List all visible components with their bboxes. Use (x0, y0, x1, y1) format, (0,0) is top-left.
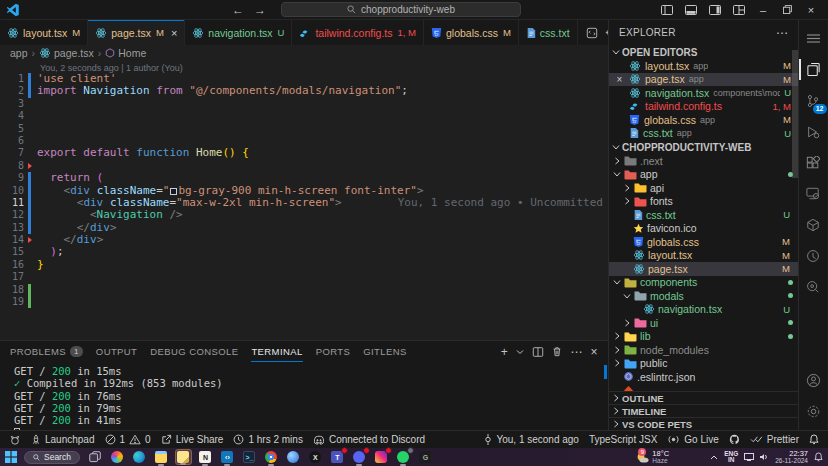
open-changes-icon[interactable] (586, 27, 598, 39)
status-vscode-pets[interactable] (4, 431, 26, 448)
open-editor-css.txt[interactable]: css.txtappU (609, 127, 798, 141)
panel-tab-debug-console[interactable]: DEBUG CONSOLE (150, 341, 238, 362)
notification-bell-icon[interactable] (814, 452, 823, 462)
panel-tab-problems[interactable]: PROBLEMS1 (10, 341, 83, 362)
language-indicator[interactable]: ENGIN (724, 451, 738, 464)
section-vs-code-pets[interactable]: VS CODE PETS (609, 417, 798, 430)
status-prettier[interactable]: Prettier (745, 431, 804, 448)
taskbar-app-notion[interactable]: N (197, 449, 214, 465)
taskbar-app-task-view[interactable] (87, 449, 104, 465)
tree-item-node_modules[interactable]: node_modules (609, 343, 798, 357)
tree-item-globals.css[interactable]: globals.cssM (609, 235, 798, 249)
tab-globals.css[interactable]: globals.cssM (424, 20, 519, 45)
status-live-share[interactable]: Live Share (156, 431, 229, 448)
taskbar-app-terminal[interactable]: >_ (241, 449, 258, 465)
open-editor-navigation.tsx[interactable]: navigation.tsxcomponents\modalsU (609, 86, 798, 100)
workspace-root-header[interactable]: CHOPPRODUCTIVITY-WEB (609, 140, 798, 154)
status-git-blame[interactable]: You, 1 second ago (479, 431, 583, 448)
panel-tab-ports[interactable]: PORTS (316, 341, 351, 362)
toggle-panel-icon[interactable] (680, 1, 702, 19)
cast-icon[interactable] (744, 453, 754, 461)
activity-dependencies[interactable] (799, 209, 828, 240)
taskbar-app-vscode[interactable]: ‹› (219, 449, 236, 465)
tree-item-lib[interactable]: lib (609, 330, 798, 344)
tray-clock[interactable]: 22:37 26-11-2024 (775, 450, 808, 464)
taskbar-app-photos[interactable] (109, 449, 126, 465)
tray-expand-icon[interactable] (710, 455, 718, 460)
activity-run-debug[interactable] (799, 116, 828, 147)
taskbar-app-sticky-notes[interactable] (175, 449, 192, 465)
breadcrumb-item-app[interactable]: app (10, 47, 28, 59)
tree-item-public[interactable]: public (609, 357, 798, 371)
activity-explorer[interactable] (799, 54, 828, 85)
activity-gitlens[interactable] (799, 240, 828, 271)
terminal-dropdown-icon[interactable] (516, 349, 524, 355)
tab-page.tsx[interactable]: page.tsxM× (88, 20, 185, 45)
taskbar-weather[interactable]: 9 18°C Haze (635, 450, 669, 464)
panel-more-icon[interactable]: ⋯ (570, 345, 582, 359)
tree-item-css.txt[interactable]: css.txtU (609, 208, 798, 222)
status-time-tracker[interactable]: 1 hrs 2 mins (228, 431, 307, 448)
tree-item-.eslintrc.json[interactable]: .eslintrc.json (609, 370, 798, 384)
tree-item-ui[interactable]: ui (609, 316, 798, 330)
sidebar-scrollbar[interactable] (792, 50, 798, 178)
status-launchpad[interactable]: Launchpad (26, 431, 100, 448)
status-notifications[interactable] (804, 431, 824, 448)
section-timeline[interactable]: TIMELINE (609, 404, 798, 417)
status-language-mode[interactable]: TypeScript JSX (584, 431, 662, 448)
panel-tab-gitlens[interactable]: GITLENS (363, 341, 406, 362)
open-editor-layout.tsx[interactable]: layout.tsxappM (609, 59, 798, 73)
status-discord-presence[interactable]: Connected to Discord (308, 431, 430, 448)
taskbar-app-teams[interactable]: T (329, 449, 346, 465)
activity-account[interactable] (799, 365, 828, 396)
open-editor-globals.css[interactable]: globals.cssappM (609, 113, 798, 127)
tree-item-.next[interactable]: .next (609, 154, 798, 168)
activity-live-preview[interactable] (799, 178, 828, 209)
volume-icon[interactable] (760, 453, 769, 461)
taskbar-app-edge[interactable] (131, 449, 148, 465)
nav-back-button[interactable]: ← (232, 3, 244, 17)
close-tab-icon[interactable]: × (171, 27, 177, 39)
tree-item-components[interactable]: components (609, 276, 798, 290)
status-problems-summary[interactable]: 10 (100, 431, 156, 448)
activity-gitlens-inspect[interactable] (799, 271, 828, 302)
start-button-icon[interactable] (5, 451, 17, 463)
status-go-live[interactable]: Go Live (662, 431, 723, 448)
restore-button[interactable] (776, 1, 798, 19)
code-editor[interactable]: You, 2 seconds ago | 1 author (You)1'use… (0, 61, 608, 340)
taskbar-app-whatsapp[interactable] (395, 449, 412, 465)
open-editor-tailwind.config.ts[interactable]: tailwind.config.ts1, M (609, 100, 798, 114)
tree-item-favicon.ico[interactable]: favicon.ico (609, 222, 798, 236)
split-terminal-icon[interactable] (532, 346, 544, 358)
taskbar-search[interactable]: Search (24, 451, 80, 464)
tab-tailwind.config.ts[interactable]: tailwind.config.ts1, M (292, 20, 424, 45)
close-panel-icon[interactable]: × (591, 345, 598, 359)
activity-extensions[interactable] (799, 147, 828, 178)
tree-item-layout.tsx[interactable]: layout.tsxM (609, 249, 798, 263)
explorer-more-actions-icon[interactable]: ⋯ (776, 26, 788, 40)
activity-settings[interactable] (799, 396, 828, 427)
tree-item-navigation.tsx[interactable]: navigation.tsxU (609, 303, 798, 317)
taskbar-app-copilot[interactable] (285, 449, 302, 465)
tab-layout.tsx[interactable]: layout.tsxM (0, 20, 88, 45)
taskbar-app-xbox[interactable]: X (307, 449, 324, 465)
tree-item-page.tsx[interactable]: page.tsxM (609, 262, 798, 276)
close-window-button[interactable]: × (800, 1, 822, 19)
kill-terminal-icon[interactable] (552, 346, 562, 357)
search-command-center[interactable]: chopproductivity-web (281, 2, 521, 17)
taskbar-app-file-explorer[interactable] (153, 449, 170, 465)
toggle-secondary-sidebar-icon[interactable] (704, 1, 726, 19)
tree-item-api[interactable]: api (609, 181, 798, 195)
tree-item-modals[interactable]: modals (609, 289, 798, 303)
tree-item-app[interactable]: app (609, 168, 798, 182)
tab-css.txt[interactable]: css.txt (519, 20, 578, 45)
activity-menu[interactable] (799, 23, 828, 54)
toggle-sidebar-icon[interactable] (656, 1, 678, 19)
terminal[interactable]: GET / 200 in 15ms✓ Compiled in 192ms (85… (0, 362, 608, 439)
customize-layout-icon[interactable] (728, 1, 750, 19)
close-editor-icon[interactable]: × (617, 74, 623, 85)
tree-item-fonts[interactable]: fonts (609, 195, 798, 209)
new-terminal-button[interactable]: + (501, 345, 508, 359)
status-github[interactable] (724, 431, 745, 448)
section-outline[interactable]: OUTLINE (609, 391, 798, 404)
